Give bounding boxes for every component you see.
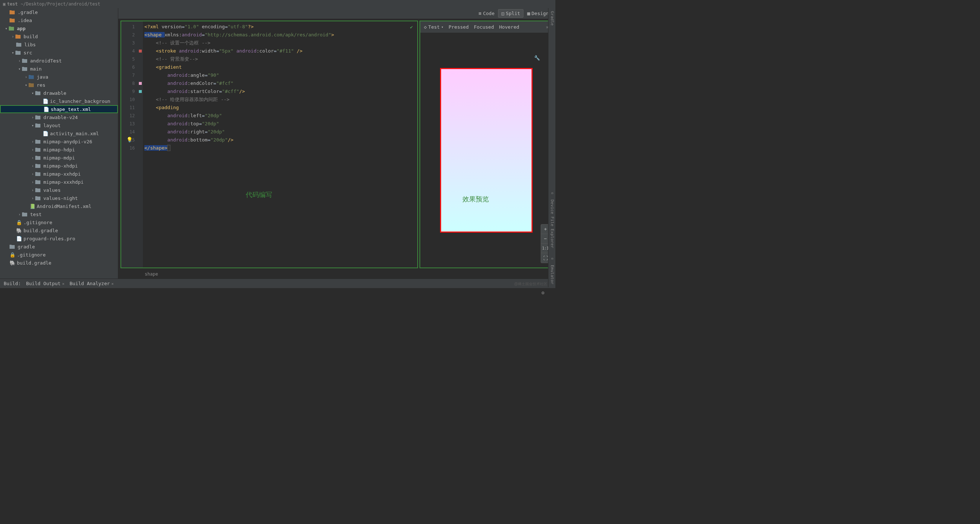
window-title-bar: ▣ test ~/Desktop/Project/android/test <box>0 0 555 8</box>
close-icon[interactable]: × <box>111 282 114 286</box>
tree-file-iclauncher[interactable]: 📄ic_launcher_backgroun <box>0 97 118 105</box>
tree-folder-androidtest[interactable]: ›androidTest <box>0 57 118 65</box>
folder-icon <box>16 34 21 39</box>
gradle-icon: 🐘 <box>16 228 22 233</box>
tree-file-proguard[interactable]: 📄proguard-rules.pro <box>0 234 118 242</box>
folder-icon <box>35 139 41 144</box>
tree-folder-gradle[interactable]: .gradle <box>0 8 118 16</box>
tree-file-manifest[interactable]: 📗AndroidManifest.xml <box>0 202 118 210</box>
tree-folder-layout[interactable]: ▾layout <box>0 121 118 129</box>
color-swatch-icon <box>139 82 142 85</box>
inspection-ok-icon[interactable]: ✔ <box>410 24 413 30</box>
close-icon[interactable]: × <box>62 282 65 286</box>
folder-icon <box>16 42 22 47</box>
code-editor[interactable]: ✔ 12345678910111213141516 <?xml version=… <box>121 21 418 268</box>
folder-icon <box>35 147 41 152</box>
watermark: @稀土掘金技术社区 <box>514 282 547 287</box>
tree-file-root-gitignore[interactable]: 🔒.gitignore <box>0 251 118 259</box>
tree-folder-mipmap-hdpi[interactable]: ›mipmap-hdpi <box>0 145 118 154</box>
tree-folder-src[interactable]: ▾src <box>0 48 118 57</box>
file-icon: 📄 <box>16 236 22 241</box>
chevron-down-icon: ▾ <box>10 51 16 55</box>
line-number-gutter: 12345678910111213141516 <box>121 21 138 268</box>
manifest-icon: 📗 <box>29 204 35 209</box>
folder-icon <box>16 50 21 55</box>
gitignore-icon: 🔒 <box>16 220 22 225</box>
tree-file-shapetext[interactable]: 📄shape_text.xml <box>0 105 118 113</box>
folder-icon <box>22 66 28 71</box>
folder-icon <box>35 179 41 185</box>
rail-tab-emulator[interactable]: ▫ Emulator <box>549 255 555 287</box>
tree-folder-idea[interactable]: .idea <box>0 16 118 24</box>
breadcrumb[interactable]: shape <box>118 270 555 279</box>
tree-folder-gradle2[interactable]: gradle <box>0 242 118 251</box>
design-preview-panel: ◇Test▾ Pressed Focused Hovered » 🔧 效果预览 … <box>420 21 553 268</box>
folder-icon <box>10 10 16 15</box>
tree-folder-mipmap-mdpi[interactable]: ›mipmap-mdpi <box>0 154 118 162</box>
tree-folder-res[interactable]: ▾res <box>0 81 118 89</box>
preview-state-pressed[interactable]: Pressed <box>449 24 469 30</box>
rail-tab-gradle[interactable]: Gradle <box>549 10 555 27</box>
tree-folder-main[interactable]: ▾main <box>0 65 118 73</box>
chevron-down-icon: ▾ <box>17 67 22 71</box>
code-content[interactable]: <?xml version="1.0" encoding="utf-8"?> <… <box>143 21 417 268</box>
tree-folder-java[interactable]: ›java <box>0 73 118 81</box>
view-mode-code[interactable]: ≡Code <box>476 10 497 17</box>
tree-file-activitymain[interactable]: 📄activity_main.xml <box>0 129 118 137</box>
chevron-right-icon: › <box>30 188 35 192</box>
tree-file-buildgradle[interactable]: 🐘build.gradle <box>0 226 118 234</box>
chevron-right-icon: › <box>30 196 35 200</box>
tree-folder-app[interactable]: ▾app <box>0 24 118 32</box>
intention-bulb-icon[interactable]: 💡 <box>126 137 133 143</box>
tree-folder-mipmap-any[interactable]: ›mipmap-anydpi-v26 <box>0 137 118 145</box>
chevron-right-icon: › <box>30 164 35 168</box>
tree-folder-build[interactable]: ›build <box>0 32 118 40</box>
chevron-right-icon: › <box>30 156 35 160</box>
tree-folder-mipmap-xxhdpi[interactable]: ›mipmap-xxhdpi <box>0 170 118 178</box>
chevron-right-icon: › <box>30 148 35 152</box>
xml-file-icon: 📄 <box>43 131 48 136</box>
tab-build-analyzer[interactable]: Build Analyzer× <box>70 281 114 286</box>
chevron-right-icon: › <box>24 75 29 79</box>
view-mode-design[interactable]: ▦Design <box>524 10 552 17</box>
gitignore-icon: 🔒 <box>10 252 16 258</box>
preview-canvas[interactable]: 🔧 效果预览 + − 1:1 ⛶ <box>420 33 552 268</box>
tree-folder-test[interactable]: ›test <box>0 210 118 218</box>
folder-icon <box>22 58 28 63</box>
chevron-down-icon: ▾ <box>441 25 443 29</box>
view-mode-split[interactable]: ◫Split <box>498 9 523 18</box>
rail-tab-device-explorer[interactable]: ▫ Device File Explorer <box>549 189 555 251</box>
chevron-right-icon: › <box>30 115 35 119</box>
folder-icon <box>29 82 35 88</box>
folder-icon <box>35 196 41 201</box>
preview-state-focused[interactable]: Focused <box>474 24 494 30</box>
folder-icon <box>35 155 41 160</box>
tree-folder-libs[interactable]: libs <box>0 40 118 48</box>
project-path: ~/Desktop/Project/android/test <box>21 2 100 6</box>
tree-file-root-buildgradle[interactable]: 🐘build.gradle <box>0 259 118 267</box>
chevron-down-icon: ▾ <box>30 91 35 95</box>
annotation-code: 代码编写 <box>246 190 272 199</box>
chevron-right-icon: › <box>17 59 22 63</box>
tree-folder-values-night[interactable]: ›values-night <box>0 194 118 202</box>
tree-folder-drawablev24[interactable]: ›drawable-v24 <box>0 113 118 121</box>
wrench-icon[interactable]: 🔧 <box>534 55 540 61</box>
annotation-preview: 效果预览 <box>463 195 489 204</box>
folder-icon <box>22 212 28 217</box>
tree-folder-mipmap-xxxhdpi[interactable]: ›mipmap-xxxhdpi <box>0 178 118 186</box>
tree-file-gitignore[interactable]: 🔒.gitignore <box>0 218 118 226</box>
folder-icon <box>10 244 16 249</box>
gear-icon[interactable]: ⚙ <box>541 290 544 295</box>
tab-build-output[interactable]: Build Output× <box>26 281 65 286</box>
color-swatch-icon <box>139 90 142 93</box>
folder-icon <box>35 163 41 168</box>
folder-icon <box>35 115 41 120</box>
tree-folder-drawable[interactable]: ▾drawable <box>0 89 118 97</box>
chevron-down-icon: ▾ <box>4 27 9 30</box>
tree-folder-values[interactable]: ›values <box>0 186 118 194</box>
preview-config-dropdown[interactable]: ◇Test▾ <box>424 24 443 30</box>
preview-state-hovered[interactable]: Hovered <box>499 24 519 30</box>
tree-folder-mipmap-xhdpi[interactable]: ›mipmap-xhdpi <box>0 162 118 170</box>
chevron-right-icon: › <box>30 180 35 184</box>
project-tree-panel[interactable]: .gradle .idea ▾app ›build libs ▾src ›and… <box>0 8 118 279</box>
